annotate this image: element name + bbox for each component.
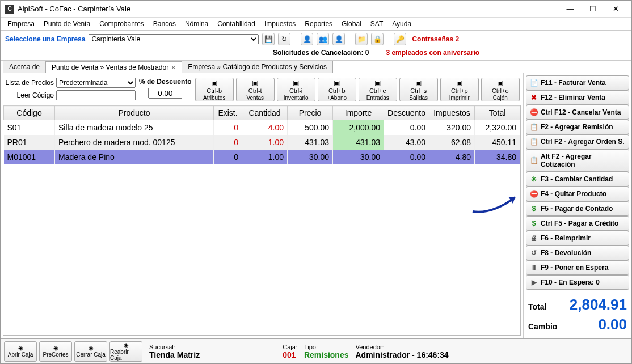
vendedor-value: Administrador - 16:46:34 (355, 350, 448, 359)
menu-ayuda[interactable]: Ayuda (389, 19, 415, 29)
close-button[interactable]: ✕ (604, 1, 627, 17)
toolbar-entradas[interactable]: ▣Ctrl+eEntradas (359, 78, 397, 101)
tab-label: Punto de Venta » Ventas de Mostrador (52, 64, 168, 71)
toolbar-label: Cajón (493, 95, 508, 101)
user-add-icon[interactable]: 👥 (317, 33, 329, 45)
action-button[interactable]: $Ctrl F5 - Pagar a Crédito (526, 216, 629, 231)
cell-codigo: PR01 (4, 135, 55, 150)
company-bar: Seleccione una Empresa Carpintería Vale … (1, 31, 631, 48)
menu-contabilidad[interactable]: Contabilidad (214, 19, 259, 29)
products-grid[interactable]: CódigoProductoExist.CantidadPrecioImport… (3, 105, 521, 336)
table-row[interactable]: M01001Madera de Pino01.0030.0030.000.004… (4, 150, 520, 164)
toolbar-ventas[interactable]: ▣Ctrl-tVentas (236, 78, 275, 101)
code-input[interactable] (56, 90, 136, 100)
grid-header[interactable]: Producto (55, 106, 214, 120)
tab[interactable]: Empresa » Catálogo de Productos y Servic… (182, 61, 333, 73)
toolbar-label: Imprimir (449, 95, 470, 101)
grid-header[interactable]: Descuento (384, 106, 429, 120)
menu-punto-de-venta[interactable]: Punto de Venta (40, 19, 94, 29)
discount-input[interactable] (148, 88, 182, 99)
grid-header[interactable]: Precio (288, 106, 333, 120)
cell-descuento: 0.00 (384, 150, 429, 164)
toolbar-+abono[interactable]: ▣Ctrl+b+Abono (318, 78, 356, 101)
action-button[interactable]: 📋F2 - Agregar Remisión (526, 120, 629, 134)
pricelist-select[interactable]: Predeterminada (56, 78, 136, 88)
refresh-icon[interactable]: ↻ (278, 33, 290, 45)
bottom-abrir-caja[interactable]: ◉Abrir Caja (4, 341, 37, 362)
tab-label: Acerca de (9, 63, 40, 71)
cell-cantidad: 1.00 (242, 135, 288, 150)
action-button[interactable]: 📋Alt F2 - Agregar Cotización (526, 149, 629, 172)
tipo-label: Tipo: (304, 344, 349, 350)
grid-header[interactable]: Importe (333, 106, 384, 120)
toolbar-inventario[interactable]: ▣Ctrl-iInventario (277, 78, 315, 101)
menu-bancos[interactable]: Bancos (150, 19, 179, 29)
grid-header[interactable]: Cantidad (242, 106, 288, 120)
minimize-button[interactable]: — (559, 1, 582, 17)
action-label: Ctrl F2 - Agregar Orden S. (541, 138, 625, 146)
table-row[interactable]: S01Silla de madera modelo 2504.00500.002… (4, 120, 520, 136)
save-icon[interactable]: 💾 (262, 33, 275, 45)
cell-importe: 431.03 (333, 135, 384, 150)
grid-header[interactable]: Impuestos (429, 106, 475, 120)
action-icon: ✖ (530, 94, 538, 101)
tab-close-icon[interactable]: ✕ (171, 64, 176, 71)
action-label: F8 - Devolución (541, 249, 591, 257)
company-select[interactable]: Carpintería Vale (89, 34, 259, 44)
action-icon: 🖨 (530, 234, 538, 242)
action-button[interactable]: ▶F10 - En Espera: 0 (526, 275, 629, 290)
bottom-precortes[interactable]: ◉PreCortes (39, 341, 72, 362)
cell-importe: 2,000.00 (333, 120, 384, 136)
user-edit-icon[interactable]: 👤 (332, 33, 345, 45)
anniversary-alert[interactable]: 3 empleados con aniversario (386, 49, 479, 57)
menu-comprobantes[interactable]: Comprobantes (96, 19, 148, 29)
cell-exist: 0 (214, 150, 242, 164)
action-button[interactable]: $F5 - Pagar de Contado (526, 201, 629, 216)
bottom-cerrar-caja[interactable]: ◉Cerrar Caja (74, 341, 107, 362)
cell-total: 34.80 (475, 150, 520, 164)
user-icon[interactable]: 👤 (301, 33, 313, 45)
action-icon: ▶ (530, 278, 538, 286)
toolbar-shortcut: Ctrl+s (410, 87, 427, 94)
menu-reportes[interactable]: Reportes (301, 19, 336, 29)
menu-sat[interactable]: SAT (367, 19, 386, 29)
toolbar-atributos[interactable]: ▣Ctrl-bAtributos (195, 78, 234, 101)
action-button[interactable]: 🖨F6 - Reimprimir (526, 231, 629, 246)
toolbar-imprimir[interactable]: ▣Ctrl+pImprimir (440, 78, 479, 101)
grid-header[interactable]: Exist. (214, 106, 242, 120)
key-icon[interactable]: 🔑 (394, 33, 406, 45)
action-button[interactable]: 📋Ctrl F2 - Agregar Orden S. (526, 134, 629, 149)
titlebar: C AipiSoft - CoFac - Carpintería Vale — … (1, 1, 631, 18)
toolbar-label: +Abono (327, 95, 347, 101)
cell-cantidad: 4.00 (242, 120, 288, 136)
menu-global[interactable]: Global (338, 19, 365, 29)
action-button[interactable]: ⛔Ctrl F12 - Cancelar Venta (526, 105, 629, 120)
action-icon: 📋 (530, 123, 538, 131)
action-button[interactable]: ✖F12 - Eliminar Venta (526, 90, 629, 105)
action-button[interactable]: ↺F8 - Devolución (526, 246, 629, 260)
menubar: EmpresaPunto de VentaComprobantesBancosN… (1, 18, 631, 31)
toolbar-cajón[interactable]: ▣Ctrl+oCajón (481, 78, 520, 101)
toolbar-icon: ▣ (211, 79, 217, 87)
passwords-link[interactable]: Contraseñas 2 (410, 35, 461, 43)
toolbar-shortcut: Ctrl-t (248, 87, 262, 94)
menu-empresa[interactable]: Empresa (4, 19, 38, 29)
bottom-reabrir-caja[interactable]: ◉Reabrir Caja (109, 341, 142, 362)
lock-icon[interactable]: 🔒 (371, 33, 384, 45)
grid-header[interactable]: Código (4, 106, 55, 120)
tab[interactable]: Punto de Venta » Ventas de Mostrador✕ (45, 61, 182, 73)
action-button[interactable]: ⛔F4 - Quitar Producto (526, 187, 629, 201)
tab[interactable]: Acerca de (3, 61, 46, 73)
menu-nómina[interactable]: Nómina (182, 19, 212, 29)
grid-header[interactable]: Total (475, 106, 520, 120)
menu-impuestos[interactable]: Impuestos (261, 19, 299, 29)
action-button[interactable]: ✳F3 - Cambiar Cantidad (526, 172, 629, 187)
toolbar-salidas[interactable]: ▣Ctrl+sSalidas (399, 78, 438, 101)
table-row[interactable]: PR01Perchero de madera mod. 0012501.0043… (4, 135, 520, 150)
maximize-button[interactable]: ☐ (582, 1, 604, 17)
folder-icon[interactable]: 📁 (355, 33, 368, 45)
action-button[interactable]: ⏸F9 - Poner en Espera (526, 260, 629, 275)
cancel-requests: Solicitudes de Cancelación: 0 (273, 49, 369, 57)
bottom-label: Cerrar Caja (76, 352, 106, 358)
action-button[interactable]: 📄F11 - Facturar Venta (526, 75, 629, 90)
